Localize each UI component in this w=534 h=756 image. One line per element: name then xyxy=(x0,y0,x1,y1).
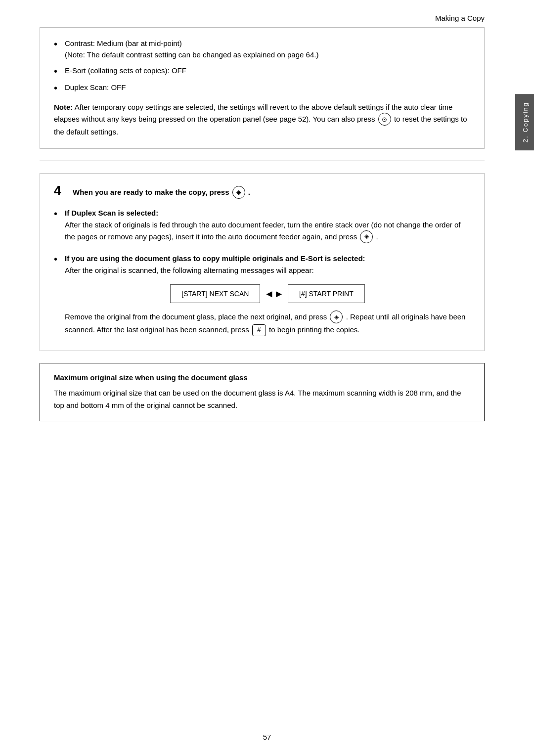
scan-box-2: [#] START PRINT xyxy=(288,284,365,303)
start-icon-duplex: ◈ xyxy=(360,230,373,243)
start-icon-glass: ◈ xyxy=(330,311,343,323)
bullet-dot-3: • xyxy=(54,82,63,94)
scan-box-1: [START] NEXT SCAN xyxy=(170,284,260,303)
glass-text-after: Remove the original from the document gl… xyxy=(65,312,329,321)
bullet-esort-text: E-Sort (collating sets of copies): OFF xyxy=(65,65,186,76)
info-box: Maximum original size when using the doc… xyxy=(40,363,485,421)
sub-bullet-dot-duplex: • xyxy=(54,207,63,220)
note-text: After temporary copy settings are select… xyxy=(54,103,452,124)
scan-arrow: ◄► xyxy=(264,286,284,302)
bullet-contrast-main: Contrast: Medium (bar at mid-point) xyxy=(65,39,182,47)
bullet-esort: • E-Sort (collating sets of copies): OFF xyxy=(54,65,470,78)
step4-title: When you are ready to make the copy, pre… xyxy=(73,186,250,199)
step4-header: 4 When you are ready to make the copy, p… xyxy=(54,184,470,199)
bullet-duplex-text: Duplex Scan: OFF xyxy=(65,82,126,93)
glass-label: If you are using the document glass to c… xyxy=(65,254,365,263)
bullet-dot-1: • xyxy=(54,38,63,50)
duplex-sub-bullet: • If Duplex Scan is selected: After the … xyxy=(54,207,470,244)
duplex-text-end: . xyxy=(376,232,378,241)
start-icon-header: ◈ xyxy=(232,186,245,199)
sidebar-tab: 2. Copying xyxy=(515,94,534,150)
section-divider xyxy=(40,161,485,161)
duplex-text: After the stack of originals is fed thro… xyxy=(65,221,460,241)
duplex-label: If Duplex Scan is selected: xyxy=(65,209,158,217)
glass-sub-bullet: • If you are using the document glass to… xyxy=(54,253,470,336)
note-paragraph: Note: After temporary copy settings are … xyxy=(54,101,470,139)
info-box-text: The maximum original size that can be us… xyxy=(54,387,470,412)
bullet-dot-2: • xyxy=(54,65,63,78)
step4-section: 4 When you are ready to make the copy, p… xyxy=(40,173,485,351)
glass-text-before: After the original is scanned, the follo… xyxy=(65,266,314,274)
bullet-contrast-sub: (Note: The default contrast setting can … xyxy=(65,50,318,59)
bullet-contrast: • Contrast: Medium (bar at mid-point) (N… xyxy=(54,38,470,61)
page-number: 57 xyxy=(0,733,534,741)
step-number: 4 xyxy=(54,183,70,198)
sub-bullet-dot-glass: • xyxy=(54,253,63,266)
header-title: Making a Copy xyxy=(435,14,485,22)
clear-icon: ⊙ xyxy=(378,113,391,126)
bullet-duplex: • Duplex Scan: OFF xyxy=(54,82,470,94)
main-content: • Contrast: Medium (bar at mid-point) (N… xyxy=(40,27,485,451)
scan-display: [START] NEXT SCAN ◄► [#] START PRINT xyxy=(65,284,470,303)
glass-text-end: to begin printing the copies. xyxy=(269,325,359,334)
info-box-title: Maximum original size when using the doc… xyxy=(54,372,470,384)
hash-icon: # xyxy=(252,324,266,336)
note-label: Note: xyxy=(54,103,73,111)
top-box: • Contrast: Medium (bar at mid-point) (N… xyxy=(40,27,485,149)
page-header: Making a Copy xyxy=(0,0,534,27)
